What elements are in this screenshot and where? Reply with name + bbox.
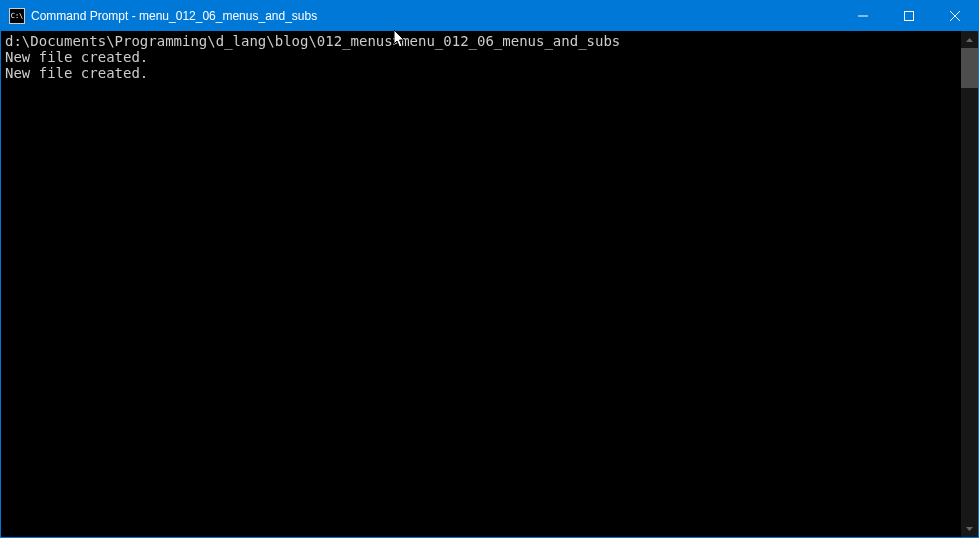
- client-area: d:\Documents\Programming\d_lang\blog\012…: [1, 31, 978, 537]
- maximize-icon: [904, 11, 914, 21]
- window-controls: [840, 1, 978, 31]
- scroll-thumb[interactable]: [961, 48, 978, 88]
- app-icon-text: C:\: [11, 13, 24, 20]
- chevron-up-icon: [966, 38, 973, 42]
- close-button[interactable]: [932, 1, 978, 31]
- terminal-output[interactable]: d:\Documents\Programming\d_lang\blog\012…: [1, 31, 961, 537]
- titlebar[interactable]: C:\ Command Prompt - menu_012_06_menus_a…: [1, 1, 978, 31]
- scroll-down-button[interactable]: [961, 520, 978, 537]
- command-prompt-window: C:\ Command Prompt - menu_012_06_menus_a…: [0, 0, 979, 538]
- minimize-button[interactable]: [840, 1, 886, 31]
- terminal-line: New file created.: [5, 65, 957, 81]
- vertical-scrollbar[interactable]: [961, 31, 978, 537]
- terminal-line: d:\Documents\Programming\d_lang\blog\012…: [5, 33, 957, 49]
- maximize-button[interactable]: [886, 1, 932, 31]
- window-title: Command Prompt - menu_012_06_menus_and_s…: [31, 9, 840, 23]
- close-icon: [950, 11, 960, 21]
- app-icon: C:\: [9, 8, 25, 24]
- terminal-line: New file created.: [5, 49, 957, 65]
- minimize-icon: [858, 11, 868, 21]
- chevron-down-icon: [966, 527, 973, 531]
- svg-rect-1: [905, 12, 914, 21]
- scroll-up-button[interactable]: [961, 31, 978, 48]
- scroll-track[interactable]: [961, 48, 978, 520]
